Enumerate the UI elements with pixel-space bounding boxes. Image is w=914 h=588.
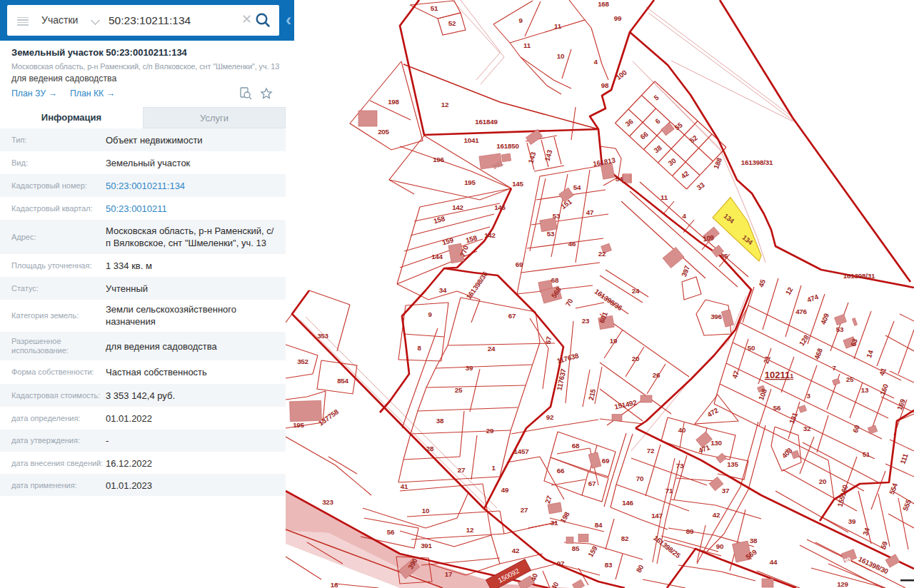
svg-text:53: 53	[553, 212, 561, 220]
svg-text:196: 196	[433, 156, 444, 163]
svg-text:39: 39	[848, 517, 856, 525]
svg-text:99: 99	[614, 14, 622, 22]
svg-text:1: 1	[491, 464, 496, 472]
svg-text:391: 391	[421, 542, 432, 549]
svg-text:403: 403	[780, 446, 794, 460]
svg-text:54: 54	[573, 183, 581, 191]
svg-text:8: 8	[417, 344, 421, 352]
svg-text:9: 9	[518, 16, 523, 24]
svg-text:66: 66	[557, 467, 565, 475]
svg-text:151: 151	[559, 198, 573, 211]
svg-text:130: 130	[710, 439, 722, 447]
svg-text:36: 36	[623, 117, 635, 128]
svg-text:3: 3	[806, 392, 810, 400]
svg-text:13: 13	[861, 386, 869, 394]
svg-text:6: 6	[654, 117, 663, 126]
svg-text:45: 45	[757, 278, 767, 288]
svg-text:41: 41	[878, 366, 888, 376]
svg-text:5: 5	[653, 93, 661, 102]
svg-text:17: 17	[445, 570, 453, 578]
svg-text:84: 84	[595, 521, 603, 529]
svg-text:20: 20	[632, 355, 640, 363]
svg-text:144: 144	[431, 253, 443, 260]
svg-text:40: 40	[678, 426, 686, 434]
svg-text:135: 135	[727, 460, 738, 468]
svg-text:160: 160	[878, 382, 890, 396]
svg-text:16: 16	[331, 581, 338, 588]
svg-text:161398/31: 161398/31	[741, 158, 773, 166]
svg-text:409: 409	[819, 312, 830, 325]
svg-text:49: 49	[501, 486, 509, 494]
svg-text:161398/31: 161398/31	[843, 272, 875, 280]
svg-text:68: 68	[551, 276, 559, 284]
svg-text:51: 51	[431, 4, 438, 12]
svg-text:47: 47	[586, 208, 594, 216]
svg-text:31: 31	[551, 519, 558, 527]
svg-text:56: 56	[773, 404, 781, 412]
svg-text:42: 42	[512, 547, 520, 554]
svg-text:19: 19	[610, 337, 618, 345]
svg-text:474: 474	[806, 293, 820, 304]
svg-text:69: 69	[516, 260, 523, 268]
svg-text:80: 80	[635, 563, 646, 574]
svg-text:20: 20	[819, 477, 827, 485]
svg-text:468: 468	[813, 347, 824, 360]
svg-text:83: 83	[605, 561, 613, 569]
svg-text:353: 353	[317, 332, 328, 340]
svg-text:21: 21	[762, 354, 772, 364]
svg-text:42: 42	[713, 511, 720, 519]
svg-text:23: 23	[582, 317, 590, 325]
svg-text:98: 98	[601, 81, 609, 89]
svg-text:68: 68	[572, 442, 580, 450]
svg-text:65: 65	[720, 252, 728, 260]
svg-text:56: 56	[387, 528, 395, 536]
svg-text:53: 53	[547, 230, 555, 238]
svg-text:11: 11	[523, 41, 531, 49]
svg-text:476: 476	[795, 308, 807, 315]
svg-text:34: 34	[439, 286, 447, 294]
svg-text:195: 195	[464, 178, 476, 186]
svg-text:70: 70	[636, 475, 644, 482]
svg-text:52: 52	[448, 19, 456, 27]
svg-text:22: 22	[598, 250, 606, 258]
svg-text:396: 396	[710, 313, 722, 320]
svg-text:67: 67	[544, 335, 553, 345]
svg-text:155160: 155160	[836, 484, 850, 508]
svg-text:198: 198	[558, 510, 571, 524]
svg-text:82: 82	[621, 534, 629, 542]
svg-text:142: 142	[484, 231, 496, 239]
svg-text:143: 143	[527, 151, 538, 164]
svg-text:90: 90	[716, 542, 724, 550]
svg-text:145: 145	[512, 180, 523, 188]
svg-text:161849: 161849	[475, 118, 498, 126]
svg-text:169: 169	[895, 397, 907, 411]
svg-text:92: 92	[546, 413, 554, 421]
svg-text:143: 143	[543, 148, 554, 162]
svg-text:151492: 151492	[613, 398, 638, 410]
svg-text:29: 29	[486, 427, 494, 435]
svg-text:168: 168	[598, 0, 609, 8]
svg-text:52: 52	[688, 133, 699, 145]
svg-text:352: 352	[297, 358, 308, 365]
svg-text:1041: 1041	[464, 136, 480, 144]
svg-text:66: 66	[638, 130, 650, 141]
svg-text:146: 146	[494, 203, 506, 211]
svg-text:188: 188	[712, 156, 723, 170]
svg-text:147: 147	[651, 512, 663, 519]
svg-text:28: 28	[426, 445, 434, 452]
svg-text:7: 7	[832, 364, 836, 372]
svg-text:12: 12	[466, 526, 474, 534]
svg-text:26: 26	[653, 371, 661, 379]
svg-text:111: 111	[898, 452, 910, 465]
svg-text:32: 32	[803, 425, 811, 432]
svg-text:40: 40	[529, 572, 539, 582]
svg-text:63: 63	[849, 337, 859, 347]
svg-text:146: 146	[622, 499, 633, 507]
svg-text:12: 12	[784, 285, 795, 296]
svg-text:59: 59	[879, 539, 889, 549]
svg-text:27: 27	[458, 466, 466, 474]
svg-text:158: 158	[465, 233, 478, 244]
svg-text:397: 397	[680, 264, 691, 278]
svg-text:161398/36: 161398/36	[593, 288, 624, 313]
svg-text:44: 44	[770, 558, 778, 566]
